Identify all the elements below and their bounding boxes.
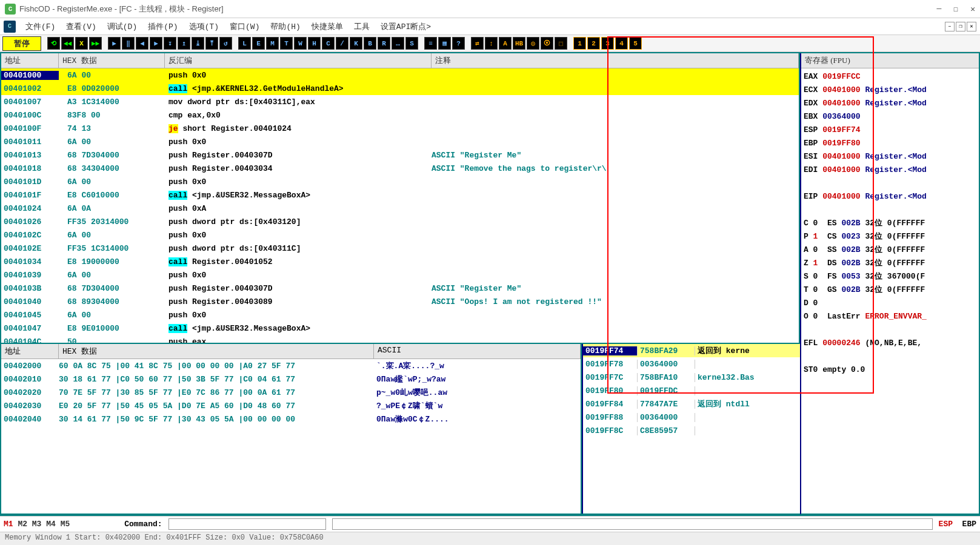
- registers-pane[interactable]: 寄存器 (FPU) EAX 0019FFCCECX 00401000 Regis…: [800, 53, 979, 515]
- toolbar-button[interactable]: X: [75, 37, 88, 50]
- toolbar-button[interactable]: /: [336, 37, 348, 50]
- toolbar-button[interactable]: 5: [629, 37, 642, 50]
- dump-row[interactable]: 0040202070 7E 5F 77 |30 85 5F 77 |E0 7C …: [1, 386, 581, 399]
- disasm-row[interactable]: 00401047E8 9E010000call <jmp.&USER32.Mes…: [1, 322, 799, 335]
- disasm-row[interactable]: 004010006A 00push 0x0: [1, 68, 799, 82]
- menu-item[interactable]: 插件(P): [143, 20, 182, 33]
- memory-tab[interactable]: M5: [61, 520, 70, 529]
- disasm-row[interactable]: 00401034E8 19000000call Register.0040105…: [1, 255, 799, 268]
- mdi-close-icon[interactable]: ✕: [967, 22, 976, 31]
- disasm-row[interactable]: 0040100C83F8 00cmp eax,0x0: [1, 108, 799, 122]
- register-line[interactable]: [804, 203, 976, 216]
- toolbar-button[interactable]: ▶▶: [89, 37, 102, 50]
- register-line[interactable]: [804, 176, 976, 190]
- disasm-row[interactable]: 00401007A3 1C314000mov dword ptr ds:[0x4…: [1, 95, 799, 108]
- toolbar-button[interactable]: W: [294, 37, 307, 50]
- col-comment[interactable]: 注释: [432, 53, 799, 68]
- toolbar-button[interactable]: ↺: [219, 37, 232, 50]
- registers-body[interactable]: EAX 0019FFCCECX 00401000 Register.<ModED…: [801, 68, 979, 514]
- toolbar-button[interactable]: ⇄: [471, 37, 484, 50]
- register-line[interactable]: ECX 00401000 Register.<Mod: [804, 83, 976, 96]
- register-line[interactable]: ESP 0019FF74: [804, 123, 976, 136]
- memory-tab[interactable]: M1: [4, 520, 18, 529]
- toolbar-button[interactable]: ↕: [485, 37, 498, 50]
- dump-col-addr[interactable]: 地址: [1, 344, 59, 358]
- toolbar-button[interactable]: T: [280, 37, 293, 50]
- toolbar-button[interactable]: ↥: [178, 37, 190, 50]
- stack-body[interactable]: 0019FF74758BFA29返回到 kerne0019FF780036400…: [583, 344, 800, 514]
- toolbar-button[interactable]: ⤓: [192, 37, 204, 50]
- menu-item[interactable]: 调试(D): [102, 20, 142, 33]
- disasm-row[interactable]: 0040104068 89304000push Register.0040308…: [1, 295, 799, 308]
- menu-icon[interactable]: C: [4, 21, 16, 33]
- register-line[interactable]: EBX 00364000: [804, 110, 976, 123]
- toolbar-button[interactable]: ⤒: [205, 37, 218, 50]
- disasm-body[interactable]: 004010006A 00push 0x000401002E8 0D020000…: [1, 68, 799, 343]
- toolbar-button[interactable]: 3: [601, 37, 614, 50]
- toolbar-button[interactable]: ▶: [108, 37, 121, 50]
- disasm-row[interactable]: 0040100F74 13je short Register.00401024: [1, 122, 799, 135]
- stack-row[interactable]: 0019FF8800364000: [583, 411, 800, 424]
- register-line[interactable]: O 0 LastErr ERROR_ENVVAR_: [804, 309, 976, 323]
- toolbar-button[interactable]: 1: [573, 37, 586, 50]
- disasm-row[interactable]: 004010116A 00push 0x0: [1, 135, 799, 148]
- register-line[interactable]: [804, 349, 976, 363]
- menu-item[interactable]: 设置API断点>: [376, 20, 436, 33]
- toolbar-button[interactable]: C: [322, 37, 335, 50]
- register-line[interactable]: EFL 00000246 (NO,NB,E,BE,: [804, 336, 976, 349]
- disasm-row[interactable]: 004010246A 0Apush 0xA: [1, 202, 799, 215]
- toolbar-button[interactable]: ◀◀: [61, 37, 74, 50]
- col-hex[interactable]: HEX 数据: [59, 53, 165, 68]
- disasm-row[interactable]: 0040101868 34304000push Register.0040303…: [1, 162, 799, 175]
- disasm-row[interactable]: 0040101FE8 C6010000call <jmp.&USER32.Mes…: [1, 188, 799, 202]
- close-icon[interactable]: ✕: [970, 4, 975, 14]
- register-line[interactable]: Z 1 DS 002B 32位 0(FFFFFF: [804, 256, 976, 269]
- toolbar-button[interactable]: ◎: [527, 37, 539, 50]
- dump-col-hex[interactable]: HEX 数据: [59, 344, 374, 358]
- minimize-icon[interactable]: —: [937, 4, 942, 14]
- register-line[interactable]: A 0 SS 002B 32位 0(FFFFFF: [804, 243, 976, 256]
- register-line[interactable]: EDX 00401000 Register.<Mod: [804, 96, 976, 110]
- toolbar-button[interactable]: ▦: [438, 37, 451, 50]
- stack-row[interactable]: 0019FF74758BFA29返回到 kerne: [583, 344, 800, 357]
- disasm-row[interactable]: 0040102C6A 00push 0x0: [1, 228, 799, 242]
- mdi-max-icon[interactable]: ❐: [956, 22, 965, 31]
- register-line[interactable]: ESI 00401000 Register.<Mod: [804, 150, 976, 163]
- disasm-row[interactable]: 0040101D6A 00push 0x0: [1, 175, 799, 188]
- dump-row[interactable]: 0040204030 14 61 77 |50 9C 5F 77 |30 43 …: [1, 412, 581, 426]
- stack-row[interactable]: 0019FF7C758BFA10kernel32.Bas: [583, 371, 800, 384]
- toolbar-button[interactable]: S: [405, 37, 418, 50]
- memory-tab[interactable]: M2: [18, 520, 32, 529]
- stack-row[interactable]: 0019FF8CC8E85957: [583, 424, 800, 437]
- register-line[interactable]: EIP 00401000 Register.<Mod: [804, 190, 976, 203]
- stack-row[interactable]: 0019FF800019FFDC: [583, 384, 800, 397]
- dump-row[interactable]: 00402030E0 20 5F 77 |50 45 05 5A |D0 7E …: [1, 399, 581, 412]
- disasm-row[interactable]: 00401002E8 0D020000call <jmp.&KERNEL32.G…: [1, 82, 799, 95]
- dump-col-ascii[interactable]: ASCII: [374, 344, 581, 358]
- toolbar-button[interactable]: K: [350, 37, 362, 50]
- menu-item[interactable]: 帮助(H): [265, 20, 305, 33]
- maximize-icon[interactable]: ☐: [953, 4, 958, 14]
- menu-item[interactable]: 文件(F): [21, 20, 60, 33]
- toolbar-button[interactable]: E: [252, 37, 265, 50]
- toolbar-button[interactable]: ?: [452, 37, 465, 50]
- disassembly-pane[interactable]: 地址 HEX 数据 反汇编 注释 004010006A 00push 0x000…: [1, 53, 800, 344]
- command-aux-input[interactable]: [332, 518, 933, 530]
- toolbar-button[interactable]: ⟲: [47, 37, 60, 50]
- menu-item[interactable]: 工具: [349, 20, 375, 33]
- dump-row[interactable]: 0040200060 0A 8C 75 |00 41 8C 75 |00 00 …: [1, 359, 581, 372]
- disasm-row[interactable]: 0040101368 7D304000push Register.0040307…: [1, 148, 799, 162]
- register-line[interactable]: C 0 ES 002B 32位 0(FFFFFF: [804, 216, 976, 230]
- col-address[interactable]: 地址: [1, 53, 59, 68]
- toolbar-button[interactable]: ▶: [150, 37, 162, 50]
- register-line[interactable]: [804, 323, 976, 336]
- toolbar-button[interactable]: A: [499, 37, 512, 50]
- toolbar-button[interactable]: ‖: [122, 37, 135, 50]
- stack-row[interactable]: 0019FF8477847A7E返回到 ntdll: [583, 397, 800, 411]
- stack-row[interactable]: 0019FF7800364000: [583, 357, 800, 371]
- register-line[interactable]: S 0 FS 0053 32位 367000(F: [804, 269, 976, 283]
- stack-pane[interactable]: 0019FF74758BFA29返回到 kerne0019FF780036400…: [582, 344, 800, 514]
- toolbar-button[interactable]: ≡: [424, 37, 437, 50]
- register-line[interactable]: EDI 00401000 Register.<Mod: [804, 163, 976, 176]
- toolbar-button[interactable]: ⬚: [555, 37, 567, 50]
